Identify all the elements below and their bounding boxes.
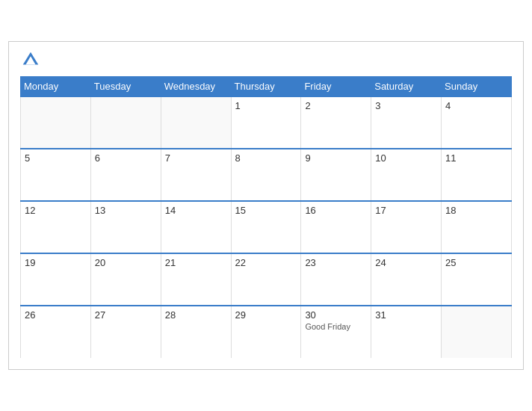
day-number: 31 xyxy=(375,309,386,321)
weekday-header-cell: Thursday xyxy=(231,77,301,97)
calendar-day-cell xyxy=(442,306,512,358)
calendar-day-cell: 2 xyxy=(301,96,371,149)
calendar-week-row: 567891011 xyxy=(21,149,512,201)
calendar-day-cell xyxy=(161,96,231,149)
day-number: 2 xyxy=(305,100,310,111)
calendar-day-cell: 16 xyxy=(301,201,371,253)
day-number: 20 xyxy=(95,257,105,268)
day-number: 4 xyxy=(445,100,451,111)
calendar-week-row: 12131415161718 xyxy=(21,201,512,253)
day-number: 18 xyxy=(445,205,456,216)
day-number: 11 xyxy=(445,152,456,164)
day-number: 1 xyxy=(235,100,241,111)
day-number: 24 xyxy=(375,257,386,268)
calendar-day-cell: 24 xyxy=(371,253,442,306)
calendar-table: MondayTuesdayWednesdayThursdayFridaySatu… xyxy=(20,76,512,358)
day-number: 23 xyxy=(305,257,315,268)
day-number: 27 xyxy=(95,309,105,321)
calendar-day-cell: 3 xyxy=(371,96,442,149)
calendar-day-cell: 20 xyxy=(90,253,161,306)
calendar-day-cell: 1 xyxy=(231,96,301,149)
day-number: 15 xyxy=(235,205,246,216)
calendar-week-row: 1234 xyxy=(21,96,512,149)
calendar-week-row: 2627282930Good Friday31 xyxy=(21,306,512,358)
logo xyxy=(20,49,43,70)
day-number: 10 xyxy=(375,152,386,164)
day-number: 25 xyxy=(445,257,456,268)
calendar-day-cell xyxy=(90,96,161,149)
weekday-header-cell: Monday xyxy=(21,77,91,97)
calendar-day-cell: 12 xyxy=(21,201,91,253)
calendar-day-cell: 17 xyxy=(371,201,442,253)
weekday-header-cell: Tuesday xyxy=(90,77,161,97)
calendar-day-cell: 5 xyxy=(21,149,91,201)
day-number: 14 xyxy=(165,205,176,216)
calendar-day-cell: 14 xyxy=(161,201,231,253)
day-number: 26 xyxy=(25,309,35,321)
day-number: 29 xyxy=(235,309,246,321)
calendar-day-cell: 6 xyxy=(90,149,161,201)
calendar-day-cell: 4 xyxy=(442,96,512,149)
calendar-day-cell: 9 xyxy=(301,149,371,201)
calendar-day-cell: 26 xyxy=(21,306,91,358)
day-number: 5 xyxy=(25,152,30,164)
day-number: 28 xyxy=(165,309,176,321)
calendar-day-cell: 11 xyxy=(442,149,512,201)
day-number: 6 xyxy=(95,152,100,164)
weekday-header-cell: Wednesday xyxy=(161,77,231,97)
calendar-day-cell: 27 xyxy=(90,306,161,358)
day-number: 30 xyxy=(305,309,315,321)
day-number: 7 xyxy=(165,152,170,164)
calendar-day-cell: 15 xyxy=(231,201,301,253)
calendar-day-cell xyxy=(21,96,91,149)
calendar-body: 1234567891011121314151617181920212223242… xyxy=(21,96,512,358)
calendar-day-cell: 31 xyxy=(371,306,442,358)
calendar-day-cell: 19 xyxy=(21,253,91,306)
calendar-day-cell: 8 xyxy=(231,149,301,201)
day-number: 22 xyxy=(235,257,246,268)
day-number: 12 xyxy=(25,205,35,216)
weekday-header-row: MondayTuesdayWednesdayThursdayFridaySatu… xyxy=(21,77,512,97)
day-number: 13 xyxy=(95,205,105,216)
day-number: 17 xyxy=(375,205,386,216)
calendar-header-row: MondayTuesdayWednesdayThursdayFridaySatu… xyxy=(21,77,512,97)
calendar-day-cell: 23 xyxy=(301,253,371,306)
weekday-header-cell: Friday xyxy=(301,77,371,97)
calendar-day-cell: 7 xyxy=(161,149,231,201)
holiday-label: Good Friday xyxy=(305,322,367,331)
day-number: 16 xyxy=(305,205,315,216)
day-number: 9 xyxy=(305,152,310,164)
calendar-day-cell: 10 xyxy=(371,149,442,201)
day-number: 19 xyxy=(25,257,35,268)
weekday-header-cell: Saturday xyxy=(371,77,442,97)
logo-icon xyxy=(20,49,41,70)
calendar-day-cell: 28 xyxy=(161,306,231,358)
calendar-day-cell: 25 xyxy=(442,253,512,306)
calendar-week-row: 19202122232425 xyxy=(21,253,512,306)
day-number: 3 xyxy=(375,100,380,111)
day-number: 21 xyxy=(165,257,176,268)
calendar-day-cell: 21 xyxy=(161,253,231,306)
weekday-header-cell: Sunday xyxy=(442,77,512,97)
calendar-day-cell: 13 xyxy=(90,201,161,253)
calendar-day-cell: 29 xyxy=(231,306,301,358)
calendar-day-cell: 30Good Friday xyxy=(301,306,371,358)
calendar-day-cell: 22 xyxy=(231,253,301,306)
calendar-day-cell: 18 xyxy=(442,201,512,253)
day-number: 8 xyxy=(235,152,241,164)
calendar-container: MondayTuesdayWednesdayThursdayFridaySatu… xyxy=(8,41,524,370)
calendar-header xyxy=(20,49,512,70)
